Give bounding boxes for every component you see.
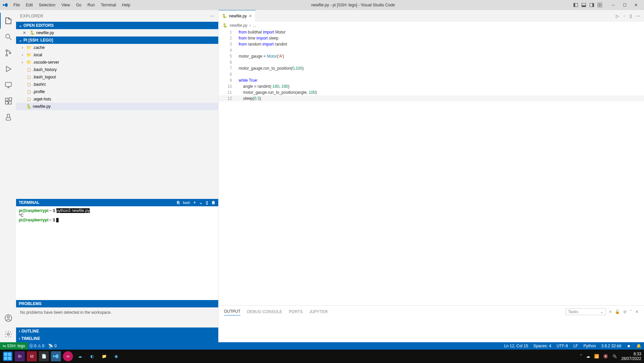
timeline-header[interactable]: › TIMELINE xyxy=(16,335,218,342)
notifications-icon[interactable]: 🔔 xyxy=(636,344,641,348)
code-line[interactable]: 9while True: xyxy=(219,77,644,83)
more-actions-icon[interactable]: ⋯ xyxy=(636,14,640,18)
code-line[interactable]: 10 angle = randint(-180, 180) xyxy=(219,83,644,89)
indentation-status[interactable]: Spaces: 4 xyxy=(534,344,551,348)
code-line[interactable]: 1from buildhat import Motor xyxy=(219,29,644,35)
outline-header[interactable]: › OUTLINE xyxy=(16,328,218,335)
code-line[interactable]: 3from random import randint xyxy=(219,41,644,47)
encoding-status[interactable]: UTF-8 xyxy=(557,344,568,348)
file-item[interactable]: ▢.bash_logout xyxy=(16,73,218,81)
folder-item[interactable]: ›📁.local xyxy=(16,51,218,59)
menu-view[interactable]: View xyxy=(59,1,73,9)
toggle-primary-sidebar-icon[interactable] xyxy=(573,2,578,8)
maximize-button[interactable]: ☐ xyxy=(619,0,630,10)
testing-activity[interactable] xyxy=(0,109,16,125)
remote-explorer-activity[interactable] xyxy=(0,77,16,93)
language-status[interactable]: Python xyxy=(583,344,596,348)
clear-output-icon[interactable]: ⊘ xyxy=(623,309,627,314)
code-line[interactable]: 6 xyxy=(219,59,644,65)
toggle-panel-icon[interactable] xyxy=(581,2,586,8)
code-line[interactable]: 4 xyxy=(219,47,644,53)
menu-edit[interactable]: Edit xyxy=(23,1,35,9)
taskbar-app[interactable]: In xyxy=(15,351,25,361)
explorer-activity[interactable] xyxy=(0,13,16,29)
panel-tab-ports[interactable]: PORTS xyxy=(289,308,303,315)
taskbar-app[interactable]: ☁ xyxy=(75,351,85,361)
code-line[interactable]: 12 sleep(0.3) xyxy=(219,95,644,101)
problems-status[interactable]: ⓧ0 ⚠0 xyxy=(29,343,44,349)
code-line[interactable]: 7motor_gauge.run_to_position(0,100) xyxy=(219,65,644,71)
file-item[interactable]: 🐍newfile.py xyxy=(16,103,218,110)
open-editor-item[interactable]: ✕ 🐍 newfile.py xyxy=(16,29,218,37)
file-item[interactable]: ▢.profile xyxy=(16,88,218,95)
taskbar-app-vscode[interactable] xyxy=(51,351,61,361)
tray-clock[interactable]: 8:33 28/07/2022 xyxy=(621,352,641,361)
panel-tab-output[interactable]: OUTPUT xyxy=(224,308,240,315)
split-editor-icon[interactable]: ▯ xyxy=(630,14,632,18)
code-line[interactable]: 5motor_gauge = Motor('A') xyxy=(219,53,644,59)
search-activity[interactable] xyxy=(0,29,16,45)
code-line[interactable]: 8 xyxy=(219,71,644,77)
taskbar-app[interactable]: Id xyxy=(27,351,37,361)
panel-tab-jupyter[interactable]: JUPYTER xyxy=(309,308,328,315)
editor-tab[interactable]: 🐍 newfile.py ✕ xyxy=(219,10,256,22)
run-dropdown-icon[interactable]: ⌄ xyxy=(623,14,626,18)
terminal-header[interactable]: TERMINAL ⎘ bash + ⌄ ▯ 🗑 xyxy=(16,199,218,206)
code-editor[interactable]: 1from buildhat import Motor2from time im… xyxy=(219,29,644,305)
eol-status[interactable]: LF xyxy=(573,344,578,348)
breadcrumb[interactable]: 🐍 newfile.py › ... xyxy=(219,22,644,29)
problems-header[interactable]: PROBLEMS xyxy=(16,300,218,307)
terminal-dropdown-icon[interactable]: ⌄ xyxy=(199,200,203,205)
tray-chevron-icon[interactable]: ˄ xyxy=(580,354,582,359)
run-debug-activity[interactable] xyxy=(0,61,16,77)
taskbar-app[interactable]: ◉ xyxy=(111,351,121,361)
customize-layout-icon[interactable] xyxy=(597,2,602,8)
tray-volume-icon[interactable]: 🔇 xyxy=(603,354,608,359)
taskbar-app[interactable]: 📄 xyxy=(39,351,49,361)
new-terminal-icon[interactable]: + xyxy=(193,200,196,205)
source-control-activity[interactable] xyxy=(0,45,16,61)
menu-help[interactable]: Help xyxy=(119,1,133,9)
kill-terminal-icon[interactable]: 🗑 xyxy=(212,200,216,205)
folder-item[interactable]: ›📁.vscode-server xyxy=(16,59,218,66)
terminal-body[interactable]: pi@raspberrypi:~ $ python3 newfile.py ^C… xyxy=(16,206,218,300)
taskbar-app[interactable]: ∞ xyxy=(63,351,73,361)
folder-item[interactable]: ›📁.cache xyxy=(16,44,218,51)
extensions-activity[interactable] xyxy=(0,93,16,109)
tray-battery-icon[interactable]: 🔌 xyxy=(612,354,617,359)
interpreter-status[interactable]: 3.9.2 32-bit xyxy=(601,344,621,348)
close-tab-icon[interactable]: ✕ xyxy=(249,14,252,18)
close-button[interactable]: ✕ xyxy=(631,0,641,10)
start-button[interactable] xyxy=(3,351,13,361)
ports-status[interactable]: 📡0 xyxy=(48,344,57,348)
output-filter-select[interactable]: Tasks ⌄ xyxy=(566,308,606,315)
taskbar-app-explorer[interactable]: 📁 xyxy=(99,351,109,361)
close-icon[interactable]: ✕ xyxy=(23,30,28,35)
feedback-icon[interactable]: ☻ xyxy=(627,344,631,348)
code-line[interactable]: 2from time import sleep xyxy=(219,35,644,41)
menu-terminal[interactable]: Terminal xyxy=(98,1,118,9)
menu-run[interactable]: Run xyxy=(85,1,97,9)
close-panel-icon[interactable]: ✕ xyxy=(635,309,639,314)
split-terminal-icon[interactable]: ▯ xyxy=(206,200,208,205)
collapse-panel-icon[interactable]: ˄ xyxy=(630,309,632,314)
menu-go[interactable]: Go xyxy=(73,1,84,9)
menu-selection[interactable]: Selection xyxy=(36,1,58,9)
more-actions-icon[interactable]: ⋯ xyxy=(210,14,214,18)
file-item[interactable]: ▢.wget-hsts xyxy=(16,95,218,103)
accounts-activity[interactable] xyxy=(0,310,16,326)
remote-indicator[interactable]: ⇋ SSH: lego xyxy=(0,342,28,350)
settings-activity[interactable] xyxy=(0,326,16,342)
file-item[interactable]: ▢.bash_history xyxy=(16,66,218,73)
file-item[interactable]: ▢.bashrc xyxy=(16,81,218,88)
cursor-position[interactable]: Ln 12, Col 15 xyxy=(504,344,528,348)
panel-tab-debug-console[interactable]: DEBUG CONSOLE xyxy=(247,308,282,315)
toggle-secondary-sidebar-icon[interactable] xyxy=(589,2,594,8)
tray-wifi-icon[interactable]: 📶 xyxy=(594,354,599,359)
run-icon[interactable]: ▷ xyxy=(616,14,619,18)
minimize-button[interactable]: ─ xyxy=(608,0,619,10)
open-editors-header[interactable]: ⌄ OPEN EDITORS xyxy=(16,22,218,29)
tray-onedrive-icon[interactable]: ☁ xyxy=(586,354,590,359)
lock-icon[interactable]: 🔓 xyxy=(615,309,620,314)
code-line[interactable]: 11 motor_gauge.run_to_position(angle, 10… xyxy=(219,89,644,95)
